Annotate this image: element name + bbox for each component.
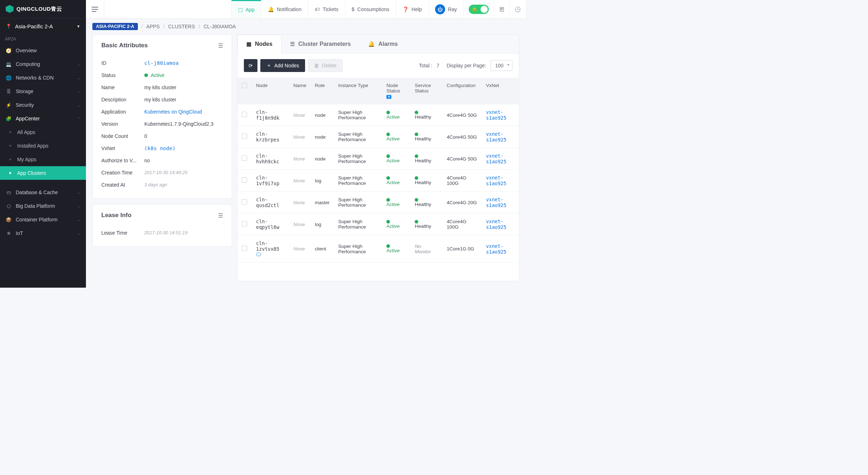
topnav-lang[interactable]: 🈂: [494, 0, 509, 18]
sidebar-item-label: Computing: [16, 61, 40, 67]
col-name[interactable]: Name: [289, 78, 310, 104]
table-row[interactable]: cln-1vf9i7xpNonelogSuper High Performanc…: [237, 170, 519, 192]
topnav-tickets[interactable]: 🏷 Tickets: [308, 0, 345, 18]
row-checkbox[interactable]: [242, 134, 247, 139]
node-status: Active: [386, 224, 400, 229]
row-checkbox[interactable]: [242, 199, 247, 205]
sidebar-item-appcenter[interactable]: 🧩 AppCenter ⌃: [0, 112, 86, 125]
node-id: cln-1zvtvx85: [256, 240, 279, 252]
vxnet-link[interactable]: vxnet-s1ao925: [486, 243, 506, 255]
col-service-status[interactable]: Service Status: [410, 78, 442, 104]
node-status: Active: [386, 158, 400, 163]
total-label: Total :: [419, 63, 432, 68]
brand-logo[interactable]: QINGCLOUD青云: [0, 0, 86, 18]
attr-label: Application: [101, 109, 144, 115]
sidebar-sub-allapps[interactable]: All Apps: [0, 125, 86, 139]
table-row[interactable]: cln-f1j8n9dkNonenodeSuper High Performan…: [237, 104, 519, 126]
configuration: 1Core1G 0G: [443, 235, 482, 263]
vxnet-link[interactable]: vxnet-s1ao925: [486, 197, 506, 208]
tab-cluster-parameters[interactable]: ☰Cluster Parameters: [281, 35, 360, 53]
crumb-apps[interactable]: APPS: [146, 24, 160, 29]
sidebar-item-security[interactable]: ⚡ Security ⌄: [0, 98, 86, 112]
col-configuration[interactable]: Configuration: [443, 78, 482, 104]
row-checkbox[interactable]: [242, 177, 247, 183]
service-status: No Monitor: [415, 244, 431, 254]
sidebar-sub-appclusters[interactable]: App Clusters: [0, 166, 86, 180]
monitor-icon[interactable]: 🖵: [256, 252, 285, 257]
tab-nodes[interactable]: ▦Nodes: [237, 35, 281, 53]
sidebar-item-bigdata[interactable]: ⬡ Big Data Platform ⌄: [0, 199, 86, 213]
service-status: Healthy: [415, 224, 431, 229]
sidebar-item-iot[interactable]: ❄ IoT ⌄: [0, 226, 86, 240]
vxnet-link[interactable]: vxnet-s1ao925: [486, 153, 506, 164]
crumb-region[interactable]: ASIA-PACIFIC 2-A: [92, 23, 138, 30]
sidebar-sub-myapps[interactable]: My Apps: [0, 153, 86, 166]
topnav-help[interactable]: ❓ Help: [396, 0, 428, 18]
node-id: cln-qusd2ctl: [256, 197, 279, 208]
col-instance-type[interactable]: Instance Type: [334, 78, 382, 104]
configuration: 4Core4G 100G: [443, 213, 482, 235]
sidebar-toggle-button[interactable]: [92, 7, 98, 12]
vxnet-link[interactable]: vxnet-s1ao925: [486, 175, 506, 186]
ticket-icon: 🏷: [315, 6, 320, 12]
cluster-id[interactable]: cl-j80iamoa: [144, 60, 223, 66]
col-node[interactable]: Node: [252, 78, 289, 104]
sidebar-item-database[interactable]: 🗃 Database & Cache ⌄: [0, 186, 86, 199]
status-dot-icon: [415, 198, 438, 202]
perpage-select[interactable]: 100: [491, 60, 512, 71]
sidebar-item-computing[interactable]: 💻 Computing ⌄: [0, 57, 86, 71]
add-nodes-button[interactable]: ＋Add Nodes: [260, 59, 305, 72]
topnav-consumptions[interactable]: $ Consumptions: [345, 0, 396, 18]
node-role: master: [310, 192, 334, 213]
chevron-down-icon: ⌄: [77, 62, 80, 66]
sidebar-item-overview[interactable]: 🧭 Overview: [0, 44, 86, 57]
topnav-clock[interactable]: 🕒: [509, 0, 526, 18]
row-checkbox[interactable]: [242, 221, 247, 226]
region-selector[interactable]: 📍 Asia-Pacific 2-A ▼: [0, 18, 86, 34]
refresh-button[interactable]: ⟳: [244, 59, 257, 72]
sidebar-item-container[interactable]: 📦 Container Platform ⌄: [0, 213, 86, 226]
service-status: Healthy: [415, 202, 431, 207]
zone-code: AP2A: [0, 34, 86, 44]
table-row[interactable]: cln-qusd2ctlNonemasterSuper High Perform…: [237, 192, 519, 213]
configuration: 4Core4G 50G: [443, 148, 482, 170]
refresh-icon: ⟳: [249, 63, 253, 68]
col-role[interactable]: Role: [310, 78, 334, 104]
table-row[interactable]: cln-eqpytl6wNonelogSuper High Performanc…: [237, 213, 519, 235]
select-all-checkbox[interactable]: [242, 83, 247, 88]
vxnet-link[interactable]: vxnet-s1ao925: [486, 109, 506, 121]
node-name: None: [293, 246, 305, 251]
col-vxnet[interactable]: VxNet: [482, 78, 519, 104]
card-menu-button[interactable]: ☰: [218, 42, 223, 49]
sidebar-item-label: Installed Apps: [17, 143, 48, 149]
cluster-vxnet[interactable]: (k8s node): [144, 145, 223, 151]
vxnet-link[interactable]: vxnet-s1ao925: [486, 219, 506, 230]
tab-alarms[interactable]: 🔔Alarms: [360, 35, 406, 53]
col-node-status[interactable]: Node Status▼: [382, 78, 410, 104]
sidebar-sub-installedapps[interactable]: Installed Apps: [0, 139, 86, 153]
cluster-application[interactable]: Kubernetes on QingCloud: [144, 109, 223, 115]
card-menu-button[interactable]: ☰: [218, 212, 223, 219]
table-row[interactable]: cln-krzbrpesNonenodeSuper High Performan…: [237, 126, 519, 148]
lock-toggle[interactable]: 🔓: [463, 0, 494, 18]
topnav-user[interactable]: ⏻ Ray: [428, 0, 463, 18]
topnav-notification[interactable]: 🔔 Notification: [261, 0, 308, 18]
row-checkbox[interactable]: [242, 246, 247, 251]
row-checkbox[interactable]: [242, 112, 247, 117]
region-label: Asia-Pacific 2-A: [15, 23, 53, 29]
language-icon: 🈂: [499, 6, 504, 12]
question-icon: ❓: [402, 6, 409, 12]
topnav-app[interactable]: ▢ App: [231, 0, 261, 18]
table-row[interactable]: cln-hvhh9ckcNonenodeSuper High Performan…: [237, 148, 519, 170]
laptop-icon: 💻: [6, 61, 11, 67]
sidebar-item-networks[interactable]: 🌐 Networks & CDN ⌄: [0, 71, 86, 85]
table-row[interactable]: cln-1zvtvx85🖵NoneclientSuper High Perfor…: [237, 235, 519, 263]
grid-icon: ▦: [246, 41, 251, 47]
crumb-clusters[interactable]: CLUSTERS: [168, 24, 195, 29]
node-status: Active: [386, 248, 400, 253]
sidebar-item-storage[interactable]: 🗄 Storage ⌄: [0, 85, 86, 98]
vxnet-link[interactable]: vxnet-s1ao925: [486, 131, 506, 143]
row-checkbox[interactable]: [242, 155, 247, 161]
attr-label: Version: [101, 121, 144, 127]
topnav-label: Notification: [277, 6, 302, 12]
